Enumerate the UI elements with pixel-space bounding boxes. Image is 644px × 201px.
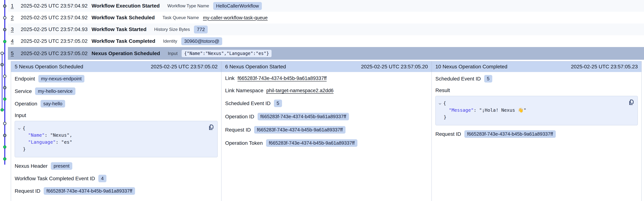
event-row-2[interactable]: 2 2025-02-25 UTC 23:57:04.92 Workflow Ta… <box>8 12 644 24</box>
field-workflow-task-completed-event-id: Workflow Task Completed Event ID 4 <box>15 175 218 182</box>
event-name: Workflow Task Scheduled <box>92 15 155 21</box>
field-label: Request ID <box>15 188 40 194</box>
event-row-5-selected[interactable]: 5 2025-02-25 UTC 23:57:05.02 Nexus Opera… <box>8 47 644 60</box>
json-close-line: } <box>18 146 204 153</box>
link-namespace-link[interactable]: phil-target-namespace2.a2dd6 <box>266 88 334 94</box>
field-label: Scheduled Event ID <box>436 76 481 82</box>
event-name: Nexus Operation Scheduled <box>92 51 160 56</box>
event-row-4[interactable]: 4 2025-02-25 UTC 23:57:05.02 Workflow Ta… <box>8 35 644 47</box>
event-marker-14[interactable] <box>4 158 6 160</box>
input-section-label: Input <box>15 112 218 118</box>
field-value-badge: f665283f-743e-4374-b45b-9a61a89337ff <box>266 139 358 147</box>
nexus-operation-detail-panels: 5 Nexus Operation Scheduled 2025-02-25 U… <box>11 61 642 201</box>
field-value-badge: present <box>51 162 72 170</box>
event-marker-11[interactable] <box>4 122 6 125</box>
event-input-code-chip: {"Name":"Nexus","Language":"es"} <box>182 50 272 57</box>
field-request-id: Request ID f665283f-743e-4374-b45b-9a61a… <box>15 187 218 195</box>
result-json-viewer: { "Message": "¡Hola! Nexus 👋" } <box>436 96 638 125</box>
field-label: Nexus Header <box>15 163 48 169</box>
panel-header: 5 Nexus Operation Scheduled 2025-02-25 U… <box>11 61 221 72</box>
input-json-viewer: { "Name": "Nexus", "Language": "es" } <box>15 121 218 157</box>
event-marker-6-branch[interactable] <box>1 63 4 66</box>
field-label: Workflow Task Completed Event ID <box>15 176 95 181</box>
field-label: Operation <box>15 101 37 107</box>
field-value-badge: my-nexus-endpoint <box>38 75 84 83</box>
event-row-1[interactable]: 1 2025-02-25 UTC 23:57:04.92 Workflow Ex… <box>8 0 644 12</box>
event-timestamp: 2025-02-25 UTC 23:57:05.02 <box>21 38 92 44</box>
field-label: Request ID <box>225 127 251 133</box>
json-close-line: } <box>438 114 625 121</box>
event-attr-label: Task Queue Name <box>162 15 199 20</box>
field-scheduled-event-id: Scheduled Event ID 5 <box>225 100 428 107</box>
event-id-link[interactable]: 1 <box>11 3 16 9</box>
copy-icon[interactable] <box>628 99 634 106</box>
field-label: Scheduled Event ID <box>225 101 271 106</box>
field-value-badge: f665283f-743e-4374-b45b-9a61a89337ff <box>254 126 346 134</box>
event-id-link[interactable]: 5 <box>11 51 16 56</box>
event-name: Workflow Execution Started <box>92 3 160 9</box>
panel-nexus-operation-scheduled: 5 Nexus Operation Scheduled 2025-02-25 U… <box>11 61 221 201</box>
field-scheduled-event-id: Scheduled Event ID 5 <box>436 75 638 83</box>
event-timestamp: 2025-02-25 UTC 23:57:04.93 <box>21 27 92 32</box>
result-section-label: Result <box>436 87 638 93</box>
operation-link[interactable]: f665283f-743e-4374-b45b-9a61a89337ff <box>238 76 326 81</box>
event-marker-10-branch[interactable] <box>1 109 4 111</box>
field-value-badge: say-hello <box>40 100 65 107</box>
panel-timestamp: 2025-02-25 UTC 23:57:05.02 <box>151 64 218 70</box>
event-row-3[interactable]: 3 2025-02-25 UTC 23:57:04.93 Workflow Ta… <box>8 24 644 35</box>
field-value-badge: my-hello-service <box>35 87 75 95</box>
copy-icon[interactable] <box>208 124 214 131</box>
panel-timestamp: 2025-02-25 UTC 23:57:05.23 <box>571 64 638 70</box>
event-marker-8[interactable] <box>4 86 6 89</box>
event-marker-7[interactable] <box>4 75 6 78</box>
workflow-history-view: { "colors": { "timeline_line": "#4642e8"… <box>0 0 644 201</box>
event-attr-value-badge: 772 <box>194 26 208 34</box>
event-marker-13[interactable] <box>4 146 6 148</box>
event-marker-12[interactable] <box>4 134 6 137</box>
panel-header: 10 Nexus Operation Completed 2025-02-25 … <box>432 61 642 72</box>
event-attr-value-badge: 30960@totoro@ <box>181 37 222 45</box>
event-attr-label: Input <box>168 51 178 56</box>
field-label: Operation ID <box>225 114 254 120</box>
collapse-chevron-icon[interactable] <box>18 125 21 132</box>
event-attr-label: Identity <box>163 39 177 44</box>
field-value-badge: 5 <box>274 100 282 107</box>
field-link-namespace: Link Namespace phil-target-namespace2.a2… <box>225 87 428 94</box>
panel-nexus-operation-started: 6 Nexus Operation Started 2025-02-25 UTC… <box>221 61 432 201</box>
event-id-link[interactable]: 3 <box>11 27 16 32</box>
json-entry: "Message": "¡Hola! Nexus 👋" <box>438 107 625 114</box>
panel-header: 6 Nexus Operation Started 2025-02-25 UTC… <box>222 61 432 72</box>
event-marker-9[interactable] <box>4 98 6 101</box>
field-endpoint: Endpoint my-nexus-endpoint <box>15 75 218 83</box>
field-value-badge: 5 <box>484 75 492 83</box>
task-queue-link[interactable]: my-caller-workflow-task-queue <box>203 15 268 21</box>
field-value-badge: 4 <box>98 175 106 182</box>
field-label: Link <box>225 75 234 81</box>
field-label: Request ID <box>436 131 461 137</box>
endpoint-id-link[interactable]: 3c0c75ccfa8144b092c13ce632463761 <box>44 200 130 201</box>
json-open-line: { <box>438 100 625 107</box>
field-label: Link Namespace <box>225 88 264 94</box>
field-label: Endpoint <box>15 76 35 82</box>
json-entry: "Name": "Nexus", <box>18 132 204 139</box>
panel-title: 5 Nexus Operation Scheduled <box>15 64 83 70</box>
panel-timestamp: 2025-02-25 UTC 23:57:05.20 <box>361 64 428 70</box>
event-timestamp: 2025-02-25 UTC 23:57:04.92 <box>21 3 92 9</box>
event-attr-label: History Size Bytes <box>154 27 190 32</box>
event-timestamp: 2025-02-25 UTC 23:57:05.02 <box>21 51 92 56</box>
event-id-link[interactable]: 4 <box>11 38 16 44</box>
event-attr-label: Workflow Type Name <box>167 3 209 9</box>
panel-body: Endpoint my-nexus-endpoint Service my-he… <box>11 72 221 201</box>
field-link: Link f665283f-743e-4374-b45b-9a61a89337f… <box>225 75 428 82</box>
event-history-list: 1 2025-02-25 UTC 23:57:04.92 Workflow Ex… <box>0 0 644 60</box>
field-nexus-header: Nexus Header present <box>15 162 218 170</box>
event-id-link[interactable]: 2 <box>11 15 16 21</box>
json-open-line: { <box>18 125 204 132</box>
field-request-id: Request ID f665283f-743e-4374-b45b-9a61a… <box>436 130 638 138</box>
collapse-chevron-icon[interactable] <box>438 100 442 107</box>
field-label: Service <box>15 88 32 94</box>
field-operation: Operation say-hello <box>15 100 218 107</box>
event-timestamp: 2025-02-25 UTC 23:57:04.92 <box>21 15 92 21</box>
panel-title: 10 Nexus Operation Completed <box>436 64 507 70</box>
field-operation-token: Operation Token f665283f-743e-4374-b45b-… <box>225 139 428 147</box>
